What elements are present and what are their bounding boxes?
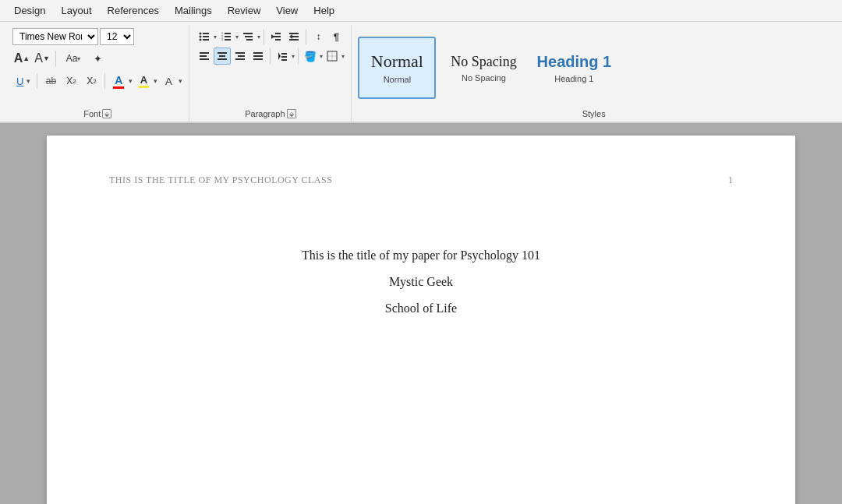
increase-indent-button[interactable] bbox=[285, 28, 302, 45]
subscript-button[interactable]: X2 bbox=[62, 72, 80, 90]
svg-rect-22 bbox=[289, 39, 299, 41]
svg-rect-9 bbox=[225, 36, 231, 37]
svg-rect-37 bbox=[281, 56, 287, 58]
menu-mailings[interactable]: Mailings bbox=[167, 2, 220, 19]
font-name-select[interactable]: Times New Roman bbox=[12, 28, 98, 45]
align-center-button[interactable] bbox=[214, 48, 231, 65]
svg-rect-17 bbox=[273, 36, 281, 37]
ribbon: Times New Roman 12 A▲ A▼ Aa ▾ ✦ U ▾ bbox=[0, 22, 842, 123]
strikethrough-button[interactable]: ab bbox=[41, 72, 60, 90]
svg-rect-3 bbox=[203, 36, 209, 37]
svg-rect-27 bbox=[219, 55, 225, 57]
svg-rect-14 bbox=[246, 39, 253, 41]
no-spacing-label: No Spacing bbox=[462, 73, 506, 83]
style-normal-button[interactable]: Normal Normal bbox=[358, 37, 436, 99]
running-head: THIS IS THE TITLE OF MY PSYCHOLOGY CLASS bbox=[109, 174, 332, 186]
style-no-spacing-button[interactable]: No Spacing No Spacing bbox=[440, 37, 526, 99]
font-label-text: Font bbox=[83, 109, 101, 118]
svg-rect-31 bbox=[235, 58, 245, 60]
svg-rect-5 bbox=[203, 39, 209, 41]
document-container: THIS IS THE TITLE OF MY PSYCHOLOGY CLASS… bbox=[0, 123, 842, 504]
svg-marker-35 bbox=[278, 52, 281, 60]
superscript-button[interactable]: X2 bbox=[82, 72, 101, 90]
underline-button[interactable]: U ▾ bbox=[12, 75, 33, 88]
svg-point-4 bbox=[200, 39, 202, 41]
align-left-button[interactable] bbox=[196, 48, 213, 65]
svg-rect-21 bbox=[292, 36, 299, 37]
font-format-row1: A▲ A▼ Aa ▾ ✦ bbox=[12, 49, 107, 68]
svg-rect-11 bbox=[225, 39, 231, 41]
numbering-button[interactable]: 1.2.3. bbox=[218, 28, 235, 45]
svg-rect-25 bbox=[200, 58, 209, 60]
multilevel-button[interactable] bbox=[239, 28, 256, 45]
menu-help[interactable]: Help bbox=[306, 2, 342, 19]
shading-button[interactable]: A bbox=[159, 72, 178, 90]
font-selector-row: Times New Roman 12 bbox=[12, 28, 134, 45]
font-size-select[interactable]: 12 bbox=[100, 28, 134, 45]
shading2-btn-group: 🪣 ▾ bbox=[302, 48, 323, 65]
menu-view[interactable]: View bbox=[268, 2, 306, 19]
text-color-button[interactable]: A bbox=[109, 72, 128, 90]
style-heading1-button[interactable]: Heading 1 Heading 1 bbox=[531, 37, 617, 99]
menu-layout[interactable]: Layout bbox=[53, 2, 99, 19]
svg-rect-38 bbox=[281, 59, 287, 61]
font-expand-icon[interactable]: ⬙ bbox=[102, 109, 111, 118]
sort-button[interactable]: ↕ bbox=[310, 28, 327, 45]
line-spacing-btn-group: ▾ bbox=[274, 48, 295, 65]
svg-rect-36 bbox=[281, 53, 287, 55]
line-spacing-button[interactable] bbox=[274, 48, 291, 65]
svg-rect-33 bbox=[253, 55, 263, 57]
paragraph-label-text: Paragraph bbox=[245, 109, 285, 118]
bullets-button[interactable] bbox=[196, 28, 213, 45]
menu-review[interactable]: Review bbox=[220, 2, 269, 19]
font-group-label: Font ⬙ bbox=[12, 109, 182, 120]
clear-formatting-button[interactable]: ✦ bbox=[88, 49, 107, 68]
svg-rect-32 bbox=[253, 52, 263, 54]
shrink-font-button[interactable]: A▼ bbox=[33, 49, 51, 68]
svg-rect-18 bbox=[275, 39, 281, 41]
highlight-btn-group: A ▾ bbox=[134, 72, 157, 90]
normal-preview: Normal bbox=[371, 51, 423, 72]
paragraph-group: ▾ 1.2.3. ▾ ▾ bbox=[189, 25, 352, 122]
svg-rect-16 bbox=[275, 33, 281, 34]
menu-design[interactable]: Design bbox=[6, 2, 53, 19]
paragraph-expand-icon[interactable]: ⬙ bbox=[287, 109, 296, 118]
svg-rect-28 bbox=[218, 58, 227, 60]
font-group: Times New Roman 12 A▲ A▼ Aa ▾ ✦ U ▾ bbox=[6, 25, 189, 122]
font-format-row2: U ▾ ab X2 X2 A ▾ A ▾ bbox=[12, 72, 182, 90]
heading1-preview: Heading 1 bbox=[537, 53, 612, 71]
svg-rect-30 bbox=[238, 55, 245, 57]
paper-title[interactable]: This is the title of my paper for Psycho… bbox=[302, 248, 540, 263]
document-body[interactable]: This is the title of my paper for Psycho… bbox=[109, 248, 733, 315]
paragraph-row2: ▾ 🪣 ▾ ▾ bbox=[196, 48, 345, 65]
menu-references[interactable]: References bbox=[100, 2, 167, 19]
show-hide-button[interactable]: ¶ bbox=[327, 28, 345, 45]
svg-rect-23 bbox=[200, 52, 209, 54]
page-number: 1 bbox=[728, 174, 733, 186]
borders-btn-group: ▾ bbox=[324, 48, 345, 65]
no-spacing-preview: No Spacing bbox=[451, 54, 517, 70]
change-case-button[interactable]: Aa ▾ bbox=[60, 49, 87, 68]
borders-button[interactable] bbox=[324, 48, 341, 65]
svg-rect-26 bbox=[218, 52, 227, 54]
svg-rect-20 bbox=[289, 33, 299, 34]
paper-institution[interactable]: School of Life bbox=[385, 301, 457, 315]
styles-group: Normal Normal No Spacing No Spacing Head… bbox=[352, 25, 836, 122]
grow-font-button[interactable]: A▲ bbox=[12, 49, 31, 68]
svg-rect-29 bbox=[235, 52, 245, 54]
svg-point-2 bbox=[200, 36, 202, 38]
svg-marker-19 bbox=[289, 34, 292, 39]
normal-label: Normal bbox=[384, 75, 411, 84]
align-right-button[interactable] bbox=[232, 48, 249, 65]
svg-rect-24 bbox=[200, 55, 207, 57]
svg-rect-13 bbox=[245, 36, 253, 37]
svg-rect-12 bbox=[243, 33, 253, 34]
justify-button[interactable] bbox=[249, 48, 267, 65]
decrease-indent-button[interactable] bbox=[267, 28, 285, 45]
shading2-button[interactable]: 🪣 bbox=[302, 48, 319, 65]
document-page: THIS IS THE TITLE OF MY PSYCHOLOGY CLASS… bbox=[47, 136, 795, 504]
highlight-button[interactable]: A bbox=[134, 72, 153, 90]
paper-author[interactable]: Mystic Geek bbox=[389, 275, 453, 289]
page-header: THIS IS THE TITLE OF MY PSYCHOLOGY CLASS… bbox=[109, 174, 733, 186]
menu-bar: Design Layout References Mailings Review… bbox=[0, 0, 842, 22]
